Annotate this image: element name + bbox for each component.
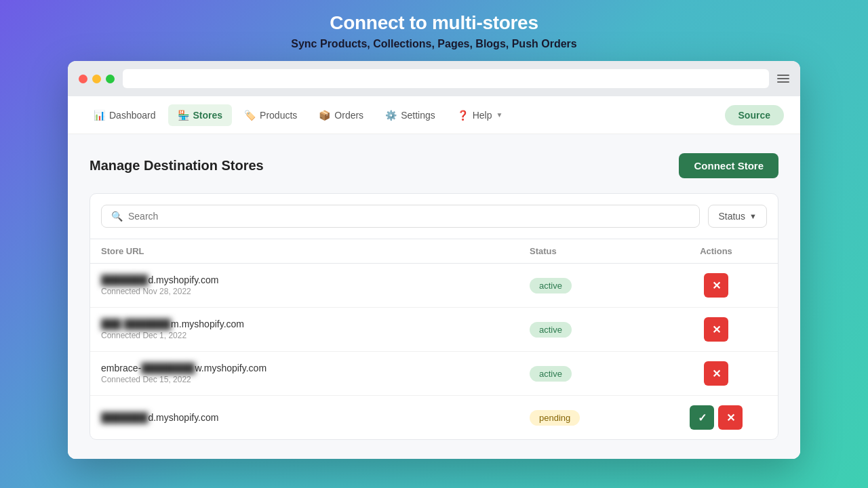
page-title: Manage Destination Stores [90,158,264,174]
nav-settings[interactable]: ⚙️ Settings [376,104,445,126]
nav-dashboard-label: Dashboard [109,110,156,121]
stores-table-container: 🔍 Status ▼ Store URL Status Actions [90,193,778,440]
store-connected-date: Connected Nov 28, 2022 [101,287,530,296]
connect-store-button[interactable]: Connect Store [679,153,778,178]
table-row: ███████d.myshopify.com Connected Nov 28,… [90,264,778,308]
store-url-suffix: m.myshopify.com [171,319,244,329]
status-badge: active [530,322,572,338]
store-url-prefix-text: embrace- [101,363,141,373]
settings-icon: ⚙️ [385,110,397,121]
col-actions: Actions [665,246,767,256]
delete-store-button[interactable]: ✕ [704,361,728,386]
main-content: Manage Destination Stores Connect Store … [68,134,800,459]
nav-orders-label: Orders [334,110,363,121]
nav-products-label: Products [260,110,297,121]
nav-settings-label: Settings [401,110,435,121]
delete-store-button[interactable]: ✕ [704,273,728,298]
table-row: ███ ███████m.myshopify.com Connected Dec… [90,308,778,352]
store-url: ███ ███████m.myshopify.com [101,319,530,329]
store-connected-date: Connected Dec 1, 2022 [101,331,530,340]
col-store-url: Store URL [101,246,530,256]
nav-help[interactable]: ❓ Help ▼ [448,104,513,126]
search-input[interactable] [128,211,690,222]
store-url-suffix: d.myshopify.com [148,274,218,285]
nav-products[interactable]: 🏷️ Products [235,104,307,126]
hero-subtitle: Sync Products, Collections, Pages, Blogs… [291,38,576,50]
search-input-wrap[interactable]: 🔍 [101,205,700,228]
col-status: Status [530,246,665,256]
store-url-suffix: w.myshopify.com [195,363,267,373]
store-connected-date: Connected Dec 15, 2022 [101,375,530,384]
actions-cell: ✕ [665,317,767,342]
app-content: 📊 Dashboard 🏪 Stores 🏷️ Products 📦 Order… [68,96,800,459]
source-button[interactable]: Source [725,105,784,125]
status-filter-label: Status [718,211,745,222]
chevron-down-icon: ▼ [496,111,503,119]
status-badge: active [530,278,572,293]
store-url-prefix: ███ ███████ [101,319,171,329]
dashboard-icon: 📊 [94,110,105,121]
store-url-suffix: d.myshopify.com [148,412,218,423]
search-icon: 🔍 [111,211,123,222]
store-info: ███████d.myshopify.com Connected Nov 28,… [101,274,530,296]
table-row: embrace-████████w.myshopify.com Connecte… [90,352,778,396]
navigation: 📊 Dashboard 🏪 Stores 🏷️ Products 📦 Order… [68,96,800,134]
table-header: Store URL Status Actions [90,239,778,264]
close-button[interactable] [79,75,87,83]
nav-dashboard[interactable]: 📊 Dashboard [84,104,165,126]
browser-chrome [68,61,800,96]
status-cell: pending [530,410,665,426]
actions-cell: ✕ [665,273,767,298]
store-info: ███ ███████m.myshopify.com Connected Dec… [101,319,530,340]
nav-stores-label: Stores [193,110,223,121]
status-badge: pending [530,410,580,426]
delete-store-button[interactable]: ✕ [704,317,728,342]
traffic-lights [79,75,115,83]
delete-store-button[interactable]: ✕ [718,405,743,430]
maximize-button[interactable] [106,75,115,83]
actions-cell: ✓ ✕ [665,405,767,430]
status-cell: active [530,322,665,338]
nav-orders[interactable]: 📦 Orders [309,104,373,126]
browser-window: 📊 Dashboard 🏪 Stores 🏷️ Products 📦 Order… [68,61,800,459]
hero-title: Connect to multi-stores [330,12,538,34]
nav-stores[interactable]: 🏪 Stores [168,104,233,126]
page-header: Manage Destination Stores Connect Store [90,153,778,178]
search-bar: 🔍 Status ▼ [90,194,778,239]
status-cell: active [530,366,665,382]
store-url: ███████d.myshopify.com [101,274,530,285]
help-icon: ❓ [457,110,469,121]
chevron-down-icon: ▼ [749,212,757,220]
nav-help-label: Help [473,110,492,121]
address-bar[interactable] [123,69,769,88]
hamburger-menu[interactable] [777,75,789,83]
store-info: embrace-████████w.myshopify.com Connecte… [101,363,530,384]
store-url: embrace-████████w.myshopify.com [101,363,530,373]
status-filter-dropdown[interactable]: Status ▼ [708,205,767,228]
approve-store-button[interactable]: ✓ [690,405,714,430]
status-cell: active [530,278,665,293]
status-badge: active [530,366,572,382]
minimize-button[interactable] [92,75,101,83]
store-url-prefix: ███████ [101,412,148,423]
store-url-prefix: ███████ [101,274,148,285]
orders-icon: 📦 [319,110,330,121]
stores-icon: 🏪 [178,110,189,121]
store-url-blurred: ████████ [141,363,195,373]
table-row: ███████d.myshopify.com pending ✓ ✕ [90,396,778,439]
actions-cell: ✕ [665,361,767,386]
store-info: ███████d.myshopify.com [101,412,530,423]
store-url: ███████d.myshopify.com [101,412,530,423]
products-icon: 🏷️ [244,110,256,121]
